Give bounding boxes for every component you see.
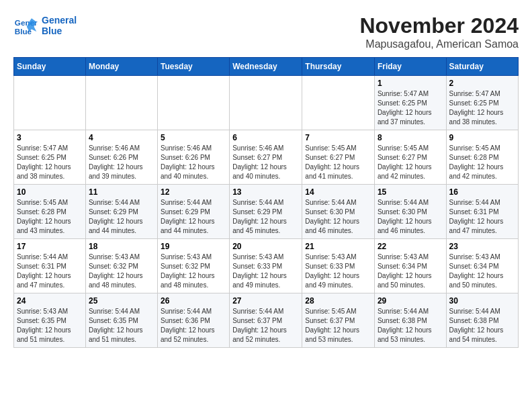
day-number: 9	[449, 133, 515, 142]
day-info: Sunrise: 5:46 AM Sunset: 6:26 PM Dayligh…	[89, 144, 154, 181]
calendar-day-cell: 27Sunrise: 5:44 AM Sunset: 6:37 PM Dayli…	[230, 293, 302, 348]
day-info: Sunrise: 5:44 AM Sunset: 6:29 PM Dayligh…	[161, 198, 226, 236]
day-number: 6	[232, 133, 299, 142]
calendar-day-cell: 26Sunrise: 5:44 AM Sunset: 6:36 PM Dayli…	[158, 293, 230, 348]
calendar-day-cell	[14, 76, 86, 130]
day-number: 23	[449, 242, 515, 251]
weekday-header-cell: Tuesday	[158, 58, 230, 76]
day-number: 15	[378, 187, 443, 197]
day-number: 10	[17, 187, 83, 197]
calendar-day-cell: 21Sunrise: 5:43 AM Sunset: 6:33 PM Dayli…	[302, 239, 375, 293]
day-info: Sunrise: 5:45 AM Sunset: 6:37 PM Dayligh…	[305, 307, 371, 345]
calendar-week-row: 17Sunrise: 5:44 AM Sunset: 6:31 PM Dayli…	[14, 239, 519, 293]
day-number: 16	[449, 187, 515, 197]
calendar-day-cell: 4Sunrise: 5:46 AM Sunset: 6:26 PM Daylig…	[85, 130, 157, 185]
day-info: Sunrise: 5:46 AM Sunset: 6:27 PM Dayligh…	[232, 144, 299, 181]
day-number: 12	[161, 187, 226, 197]
day-info: Sunrise: 5:44 AM Sunset: 6:36 PM Dayligh…	[161, 307, 226, 345]
day-info: Sunrise: 5:47 AM Sunset: 6:25 PM Dayligh…	[17, 144, 83, 181]
day-info: Sunrise: 5:44 AM Sunset: 6:31 PM Dayligh…	[449, 198, 515, 236]
calendar-day-cell: 22Sunrise: 5:43 AM Sunset: 6:34 PM Dayli…	[374, 239, 446, 293]
day-number: 8	[378, 133, 443, 142]
calendar-day-cell: 24Sunrise: 5:43 AM Sunset: 6:35 PM Dayli…	[14, 293, 86, 348]
day-info: Sunrise: 5:43 AM Sunset: 6:33 PM Dayligh…	[305, 253, 371, 290]
logo-icon: General Blue	[13, 13, 38, 38]
calendar-day-cell: 25Sunrise: 5:44 AM Sunset: 6:35 PM Dayli…	[85, 293, 157, 348]
day-number: 26	[161, 296, 226, 306]
calendar-day-cell: 1Sunrise: 5:47 AM Sunset: 6:25 PM Daylig…	[374, 76, 446, 130]
day-number: 24	[17, 296, 83, 306]
day-info: Sunrise: 5:47 AM Sunset: 6:25 PM Dayligh…	[378, 89, 443, 127]
calendar-day-cell	[158, 76, 230, 130]
day-number: 5	[161, 133, 226, 142]
calendar-day-cell: 9Sunrise: 5:45 AM Sunset: 6:28 PM Daylig…	[446, 130, 518, 185]
day-number: 29	[378, 296, 443, 306]
calendar-day-cell: 6Sunrise: 5:46 AM Sunset: 6:27 PM Daylig…	[230, 130, 302, 185]
calendar-day-cell: 11Sunrise: 5:44 AM Sunset: 6:29 PM Dayli…	[85, 185, 157, 239]
calendar-day-cell: 2Sunrise: 5:47 AM Sunset: 6:25 PM Daylig…	[446, 76, 518, 130]
day-info: Sunrise: 5:43 AM Sunset: 6:34 PM Dayligh…	[378, 253, 443, 290]
calendar-week-row: 3Sunrise: 5:47 AM Sunset: 6:25 PM Daylig…	[14, 130, 519, 185]
weekday-header-cell: Thursday	[302, 58, 375, 76]
calendar-day-cell: 19Sunrise: 5:43 AM Sunset: 6:32 PM Dayli…	[158, 239, 230, 293]
day-number: 4	[89, 133, 154, 142]
day-info: Sunrise: 5:45 AM Sunset: 6:28 PM Dayligh…	[17, 198, 83, 236]
calendar-day-cell	[230, 76, 302, 130]
day-info: Sunrise: 5:44 AM Sunset: 6:38 PM Dayligh…	[449, 307, 515, 345]
calendar-table: SundayMondayTuesdayWednesdayThursdayFrid…	[13, 57, 519, 348]
logo-line1: General	[42, 15, 77, 26]
day-number: 7	[305, 133, 371, 142]
calendar-day-cell: 10Sunrise: 5:45 AM Sunset: 6:28 PM Dayli…	[14, 185, 86, 239]
calendar-day-cell: 12Sunrise: 5:44 AM Sunset: 6:29 PM Dayli…	[158, 185, 230, 239]
day-number: 25	[89, 296, 154, 306]
calendar-day-cell	[85, 76, 157, 130]
day-info: Sunrise: 5:43 AM Sunset: 6:33 PM Dayligh…	[232, 253, 299, 290]
day-number: 17	[17, 242, 83, 251]
day-info: Sunrise: 5:44 AM Sunset: 6:29 PM Dayligh…	[89, 198, 154, 236]
day-number: 14	[305, 187, 371, 197]
calendar-day-cell: 16Sunrise: 5:44 AM Sunset: 6:31 PM Dayli…	[446, 185, 518, 239]
weekday-header-row: SundayMondayTuesdayWednesdayThursdayFrid…	[14, 58, 519, 76]
day-info: Sunrise: 5:43 AM Sunset: 6:32 PM Dayligh…	[89, 253, 154, 290]
calendar-week-row: 24Sunrise: 5:43 AM Sunset: 6:35 PM Dayli…	[14, 293, 519, 348]
calendar-week-row: 1Sunrise: 5:47 AM Sunset: 6:25 PM Daylig…	[14, 76, 519, 130]
calendar-day-cell: 8Sunrise: 5:45 AM Sunset: 6:27 PM Daylig…	[374, 130, 446, 185]
day-number: 22	[378, 242, 443, 251]
weekday-header-cell: Sunday	[14, 58, 86, 76]
calendar-day-cell: 28Sunrise: 5:45 AM Sunset: 6:37 PM Dayli…	[302, 293, 375, 348]
day-info: Sunrise: 5:43 AM Sunset: 6:34 PM Dayligh…	[449, 253, 515, 290]
logo: General Blue General Blue	[13, 13, 77, 38]
day-info: Sunrise: 5:45 AM Sunset: 6:28 PM Dayligh…	[449, 144, 515, 181]
day-info: Sunrise: 5:45 AM Sunset: 6:27 PM Dayligh…	[305, 144, 371, 181]
day-info: Sunrise: 5:46 AM Sunset: 6:26 PM Dayligh…	[161, 144, 226, 181]
calendar-day-cell: 30Sunrise: 5:44 AM Sunset: 6:38 PM Dayli…	[446, 293, 518, 348]
day-info: Sunrise: 5:44 AM Sunset: 6:29 PM Dayligh…	[232, 198, 299, 236]
calendar-day-cell: 17Sunrise: 5:44 AM Sunset: 6:31 PM Dayli…	[14, 239, 86, 293]
day-info: Sunrise: 5:43 AM Sunset: 6:32 PM Dayligh…	[161, 253, 226, 290]
calendar-day-cell: 29Sunrise: 5:44 AM Sunset: 6:38 PM Dayli…	[374, 293, 446, 348]
calendar-day-cell: 15Sunrise: 5:44 AM Sunset: 6:30 PM Dayli…	[374, 185, 446, 239]
day-number: 2	[449, 79, 515, 88]
page-header: General Blue General Blue November 2024 …	[13, 13, 519, 50]
day-number: 1	[378, 79, 443, 88]
calendar-day-cell: 23Sunrise: 5:43 AM Sunset: 6:34 PM Dayli…	[446, 239, 518, 293]
day-number: 3	[17, 133, 83, 142]
calendar-day-cell: 14Sunrise: 5:44 AM Sunset: 6:30 PM Dayli…	[302, 185, 375, 239]
day-info: Sunrise: 5:44 AM Sunset: 6:31 PM Dayligh…	[17, 253, 83, 290]
day-number: 30	[449, 296, 515, 306]
day-number: 18	[89, 242, 154, 251]
day-number: 28	[305, 296, 371, 306]
logo-line2: Blue	[42, 26, 62, 36]
calendar-body: 1Sunrise: 5:47 AM Sunset: 6:25 PM Daylig…	[14, 76, 519, 348]
day-info: Sunrise: 5:47 AM Sunset: 6:25 PM Dayligh…	[449, 89, 515, 127]
day-info: Sunrise: 5:45 AM Sunset: 6:27 PM Dayligh…	[378, 144, 443, 181]
weekday-header-cell: Monday	[85, 58, 157, 76]
day-info: Sunrise: 5:43 AM Sunset: 6:35 PM Dayligh…	[17, 307, 83, 345]
calendar-week-row: 10Sunrise: 5:45 AM Sunset: 6:28 PM Dayli…	[14, 185, 519, 239]
day-info: Sunrise: 5:44 AM Sunset: 6:30 PM Dayligh…	[305, 198, 371, 236]
day-number: 13	[232, 187, 299, 197]
day-number: 20	[232, 242, 299, 251]
day-number: 21	[305, 242, 371, 251]
day-info: Sunrise: 5:44 AM Sunset: 6:35 PM Dayligh…	[89, 307, 154, 345]
calendar-day-cell: 3Sunrise: 5:47 AM Sunset: 6:25 PM Daylig…	[14, 130, 86, 185]
